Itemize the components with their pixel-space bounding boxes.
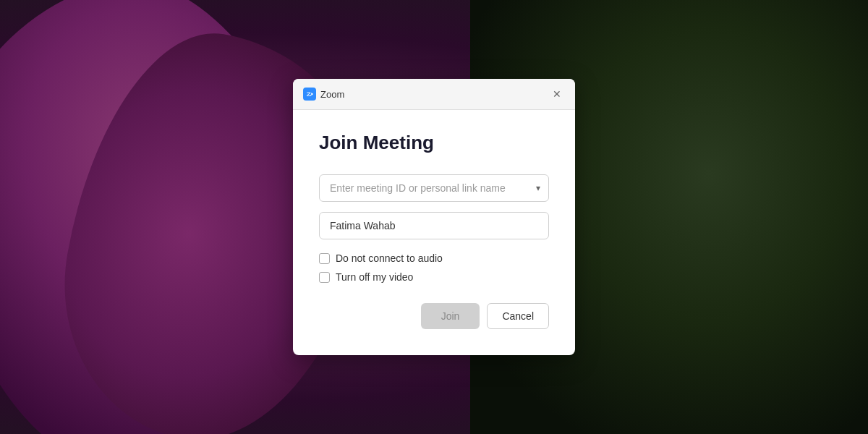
meeting-id-group: Enter meeting ID or personal link name ▾ [319, 174, 549, 202]
name-group [319, 212, 549, 239]
dialog-body: Join Meeting Enter meeting ID or persona… [293, 110, 575, 355]
checkbox-audio-text: Do not connect to audio [336, 252, 443, 264]
overlay: Zoom ✕ Join Meeting Enter meeting ID or … [0, 0, 868, 434]
checkboxes-group: Do not connect to audio Turn off my vide… [319, 252, 549, 283]
checkbox-audio[interactable] [319, 253, 330, 264]
checkbox-video-text: Turn off my video [336, 271, 413, 283]
title-bar: Zoom ✕ [293, 79, 575, 110]
checkbox-video[interactable] [319, 272, 330, 283]
meeting-id-input[interactable]: Enter meeting ID or personal link name [319, 174, 549, 202]
dialog-title: Join Meeting [319, 132, 549, 154]
checkbox-video-label[interactable]: Turn off my video [319, 271, 549, 283]
join-button[interactable]: Join [421, 303, 480, 329]
cancel-button[interactable]: Cancel [487, 303, 549, 329]
app-title: Zoom [320, 89, 344, 100]
zoom-dialog: Zoom ✕ Join Meeting Enter meeting ID or … [293, 79, 575, 355]
dialog-buttons: Join Cancel [319, 303, 549, 329]
name-input[interactable] [319, 212, 549, 239]
title-bar-left: Zoom [303, 88, 344, 101]
zoom-logo-icon [303, 88, 316, 101]
close-button[interactable]: ✕ [549, 86, 565, 102]
checkbox-audio-label[interactable]: Do not connect to audio [319, 252, 549, 264]
